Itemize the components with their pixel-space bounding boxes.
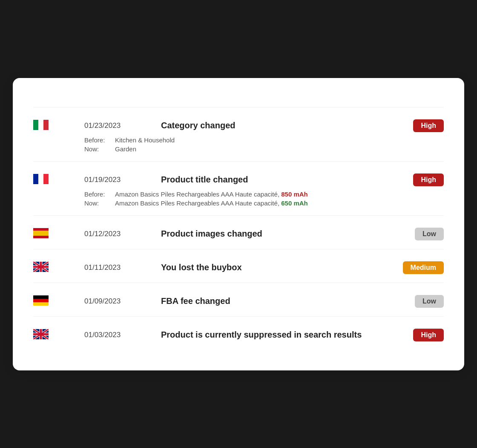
alert-title: Product is currently suppressed in searc… (161, 330, 384, 340)
detail-label: Now: (84, 145, 110, 153)
alert-title: Product title changed (161, 175, 384, 185)
table-row: 01/03/2023Product is currently suppresse… (33, 316, 444, 350)
detail-label: Before: (84, 136, 110, 144)
alert-title: You lost the buybox (161, 263, 384, 272)
alert-date: 01/09/2023 (84, 297, 161, 306)
prio-badge: Low (415, 295, 444, 308)
alert-date: 01/11/2023 (84, 263, 161, 272)
detail-value: Amazon Basics Piles Rechargeables AAA Ha… (115, 199, 308, 207)
svg-rect-5 (43, 174, 49, 184)
alerts-card: 01/23/2023Category changedHighBefore:Kit… (13, 78, 464, 370)
detail-value: Garden (115, 145, 136, 153)
svg-rect-4 (38, 174, 43, 184)
prio-badge: Medium (403, 261, 444, 274)
alert-title: Category changed (161, 121, 384, 130)
flag-gb (33, 329, 84, 341)
detail-highlight: 650 mAh (281, 199, 308, 207)
flag-it (33, 120, 84, 132)
flag-es (33, 228, 84, 240)
detail-label: Now: (84, 199, 110, 207)
flag-gb (33, 262, 84, 274)
svg-rect-18 (33, 299, 49, 302)
detail-row: Before:Amazon Basics Piles Rechargeables… (84, 191, 444, 198)
svg-rect-1 (38, 120, 43, 130)
alert-date: 01/19/2023 (84, 176, 161, 184)
alert-date: 01/12/2023 (84, 230, 161, 238)
table-row: 01/23/2023Category changedHighBefore:Kit… (33, 107, 444, 161)
detail-label: Before: (84, 191, 110, 198)
detail-row: Now:Garden (84, 145, 444, 153)
prio-badge: High (413, 173, 444, 186)
prio-badge: High (413, 329, 444, 341)
alerts-list: 01/23/2023Category changedHighBefore:Kit… (33, 107, 444, 350)
svg-rect-17 (33, 295, 49, 299)
table-row: 01/19/2023Product title changedHighBefor… (33, 161, 444, 215)
prio-badge: Low (415, 228, 444, 240)
svg-rect-16 (33, 266, 49, 268)
detail-row: Before:Kitchen & Household (84, 136, 444, 144)
table-row: 01/12/2023Product images changedLow (33, 215, 444, 249)
detail-row: Now:Amazon Basics Piles Rechargeables AA… (84, 199, 444, 207)
detail-value: Kitchen & Household (115, 136, 175, 144)
svg-rect-28 (33, 333, 49, 335)
alert-date: 01/23/2023 (84, 121, 161, 130)
flag-de (33, 295, 84, 307)
alert-title: FBA fee changed (161, 296, 384, 306)
alert-title: Product images changed (161, 229, 384, 239)
detail-highlight: 850 mAh (281, 191, 308, 198)
table-row: 01/09/2023FBA fee changedLow (33, 283, 444, 316)
svg-rect-2 (43, 120, 49, 130)
detail-value: Amazon Basics Piles Rechargeables AAA Ha… (115, 191, 308, 198)
alert-details: Before:Kitchen & HouseholdNow:Garden (84, 136, 444, 153)
svg-rect-7 (33, 231, 49, 236)
table-header (33, 98, 444, 104)
prio-badge: High (413, 119, 444, 132)
alert-date: 01/03/2023 (84, 331, 161, 339)
svg-rect-0 (33, 120, 38, 130)
svg-rect-19 (33, 302, 49, 306)
svg-rect-3 (33, 174, 38, 184)
table-row: 01/11/2023You lost the buyboxMedium (33, 249, 444, 283)
alert-details: Before:Amazon Basics Piles Rechargeables… (84, 191, 444, 207)
flag-fr (33, 174, 84, 186)
